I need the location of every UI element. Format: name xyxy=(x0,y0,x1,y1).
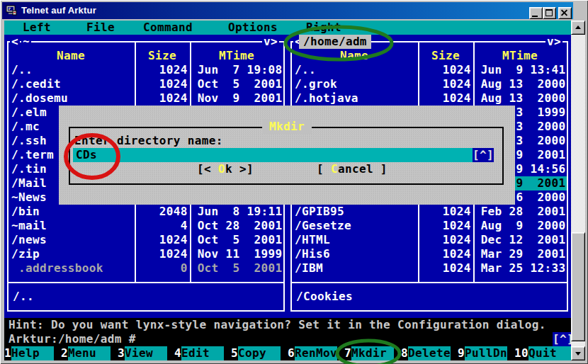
file-size: 2048 xyxy=(136,205,190,219)
function-key[interactable]: 1 Help xyxy=(4,346,61,360)
function-key-label: View xyxy=(125,346,167,360)
function-key[interactable]: 2 Menu xyxy=(61,346,118,360)
dialog-title: Mkdir xyxy=(262,120,312,134)
input-history-button[interactable]: [^] xyxy=(473,148,494,162)
panel-border-bottom xyxy=(7,310,285,312)
function-key[interactable]: 4 Edit xyxy=(174,346,231,360)
close-button[interactable] xyxy=(558,7,572,19)
column-header-size[interactable]: Size xyxy=(135,49,190,63)
file-row[interactable]: .addressbook 0 Oct 5 2001 xyxy=(7,261,283,275)
file-row[interactable]: /.cedit 1024 Oct 5 2001 xyxy=(7,77,283,91)
file-row[interactable]: /GPIB95 1024 Feb 28 2001 xyxy=(290,205,567,219)
file-name: /.dosemu xyxy=(7,91,136,106)
scroll-up-icon xyxy=(575,25,581,29)
telnet-icon xyxy=(6,5,17,16)
file-row[interactable]: /.dosemu 1024 Nov 9 2001 xyxy=(7,91,283,106)
file-size: 1024 xyxy=(419,205,473,219)
file-row[interactable]: /IBM 1024 Mar 25 12:33 xyxy=(290,261,567,275)
function-key-bar: 1 Help 2 Menu 3 View 4 Edit xyxy=(4,346,571,360)
file-name: /.. xyxy=(7,63,136,77)
menu-item[interactable]: Options xyxy=(228,21,278,35)
file-mtime: Aug 13 2000 xyxy=(474,77,567,91)
panel-dropdown-icon[interactable]: v> xyxy=(545,35,562,49)
file-row[interactable]: /.grok 1024 Aug 13 2000 xyxy=(290,77,567,91)
minimize-button[interactable] xyxy=(529,7,543,19)
column-header-size[interactable]: Size xyxy=(418,49,473,63)
function-key[interactable]: 8 Delete xyxy=(401,346,458,360)
file-name: /HTML xyxy=(290,233,419,247)
file-row[interactable]: /bin 2048 Jun 8 19:11 xyxy=(7,205,283,219)
left-panel-path[interactable]: ~ xyxy=(21,35,31,49)
file-name: /.cedit xyxy=(7,77,136,91)
directory-name-input[interactable]: CDs xyxy=(73,148,473,162)
file-mtime: Mar 29 2001 xyxy=(474,247,567,261)
file-row[interactable]: /His6 1024 Mar 29 2001 xyxy=(290,247,567,261)
file-mtime: Jun 8 19:11 xyxy=(191,205,283,219)
menu-item[interactable]: File xyxy=(86,21,115,35)
function-key-label: Delete xyxy=(408,346,451,360)
ok-button[interactable]: [< Ok >] xyxy=(197,162,254,176)
function-key-number: 5 xyxy=(231,346,238,360)
file-row[interactable]: ~mail 4 Oct 28 2001 xyxy=(7,219,283,233)
scrollbar-thumb[interactable] xyxy=(571,232,585,341)
panel-dropdown-icon[interactable]: v> xyxy=(262,35,279,49)
scroll-down-button[interactable] xyxy=(571,346,585,360)
function-key[interactable]: 10 Quit xyxy=(514,346,571,360)
file-mtime: Nov 11 1999 xyxy=(191,247,283,261)
file-row[interactable]: /Gesetze 1024 Aug 9 2000 xyxy=(290,219,567,233)
function-key[interactable]: 6 RenMov xyxy=(288,346,344,360)
panel-status-separator xyxy=(7,282,285,283)
function-key-number: 8 xyxy=(401,346,408,360)
file-mtime: Jun 9 13:41 xyxy=(474,63,567,77)
function-key-label: Mkdir xyxy=(351,346,394,360)
function-key[interactable]: 9 PullDn xyxy=(458,346,514,360)
file-size: 1024 xyxy=(136,91,190,106)
file-mtime: Oct 5 2001 xyxy=(191,233,283,247)
function-key[interactable]: 5 Copy xyxy=(231,346,288,360)
scroll-up-button[interactable] xyxy=(571,21,585,35)
column-header-name[interactable]: Name xyxy=(7,49,135,63)
file-mtime: Dec 12 2001 xyxy=(474,233,567,247)
file-size: 1024 xyxy=(136,77,190,91)
file-row[interactable]: /.hotjava 1024 Aug 13 2000 xyxy=(290,91,567,106)
file-size: 1024 xyxy=(136,63,190,77)
file-row[interactable]: /.. 1024 Jun 7 19:08 xyxy=(7,63,283,77)
scrollbar[interactable] xyxy=(571,21,585,360)
file-size: 1024 xyxy=(419,247,473,261)
function-key-number: 6 xyxy=(288,346,295,360)
function-key[interactable]: 7 Mkdir xyxy=(344,346,401,360)
column-header-name[interactable]: Name xyxy=(290,49,418,63)
right-panel-path[interactable]: /home/adm xyxy=(299,35,371,49)
function-key-number: 1 xyxy=(4,346,11,360)
file-row[interactable]: /news 1024 Oct 5 2001 xyxy=(7,233,283,247)
terminal-screen: Left File Command Options Right < xyxy=(4,21,571,360)
dialog-prompt: Enter directory name: xyxy=(74,134,223,148)
function-key[interactable]: 3 View xyxy=(118,346,174,360)
function-key-label: Menu xyxy=(68,346,111,360)
column-header-mtime[interactable]: MTime xyxy=(190,49,283,63)
file-row[interactable]: /.. 1024 Jun 9 13:41 xyxy=(290,63,567,77)
menu-item[interactable]: Command xyxy=(143,21,193,35)
file-row[interactable]: /zip 1024 Nov 11 1999 xyxy=(7,247,283,261)
menu-item[interactable]: Left xyxy=(23,21,51,35)
panel-status: /Cookies xyxy=(296,290,353,304)
function-key-number: 10 xyxy=(514,346,528,360)
function-key-label: PullDn xyxy=(465,346,507,360)
panel-back-icon[interactable]: < xyxy=(10,35,20,49)
column-header-mtime[interactable]: MTime xyxy=(473,49,567,63)
maximize-button[interactable] xyxy=(543,7,556,19)
file-size: 1024 xyxy=(419,63,473,77)
command-line[interactable]: Arktur:/home/adm # xyxy=(9,332,136,346)
title-bar: Telnet auf Arktur xyxy=(2,2,573,19)
panel-border-top xyxy=(7,41,285,42)
file-name: /news xyxy=(7,233,136,247)
panel-status: /.. xyxy=(13,290,34,304)
file-name: /.. xyxy=(290,63,419,77)
function-key-label: Copy xyxy=(238,346,281,360)
menu-item[interactable]: Right xyxy=(306,21,341,35)
function-key-number: 3 xyxy=(118,346,125,360)
file-mtime: Mar 25 12:33 xyxy=(474,261,567,275)
file-row[interactable]: /HTML 1024 Dec 12 2001 xyxy=(290,233,567,247)
file-size: 1024 xyxy=(136,247,190,261)
cancel-button[interactable]: [ Cancel ] xyxy=(317,162,388,176)
